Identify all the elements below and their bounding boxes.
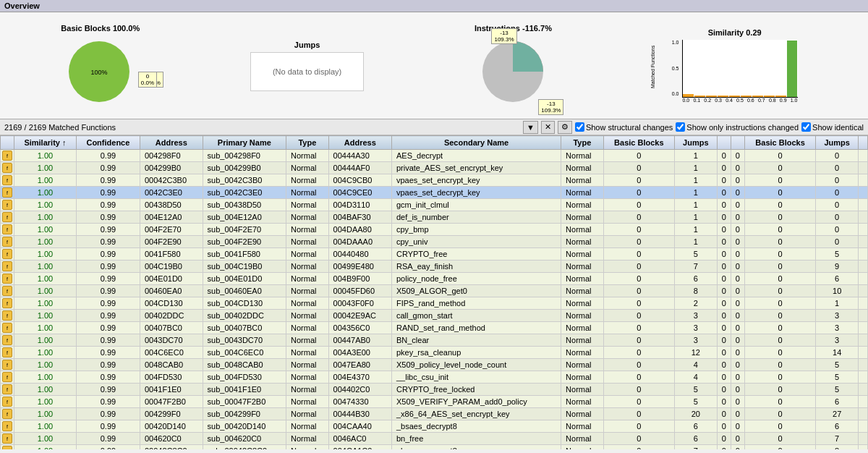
row-icon-cell: f (1, 359, 14, 371)
table-row[interactable]: f 1.00 0.99 004FD530 sub_004FD530 Normal… (1, 371, 868, 384)
col-similarity[interactable]: Similarity ↑ (14, 136, 77, 150)
jumps-primary-cell: 1 (675, 199, 718, 211)
end-cell (859, 310, 868, 322)
name-secondary-cell: pkey_rsa_cleanup (391, 347, 561, 359)
bb-secondary-cell: 0 (744, 297, 815, 310)
row-icon-cell: f (1, 347, 14, 359)
show-identical-checkbox[interactable] (801, 122, 811, 132)
addr-secondary-cell: 004CAA40 (328, 420, 391, 433)
dropdown-button[interactable]: ▼ (523, 121, 538, 134)
show-structural-label[interactable]: Show structural changes (575, 122, 673, 132)
table-row[interactable]: f 1.00 0.99 00420D140 sub_00420D140 Norm… (1, 420, 868, 433)
table-row[interactable]: f 1.00 0.99 004E12A0 sub_004E12A0 Normal… (1, 211, 868, 224)
show-instructions-label[interactable]: Show only instructions changed (676, 122, 799, 132)
table-row[interactable]: f 1.00 0.99 004F2E90 sub_004F2E90 Normal… (1, 236, 868, 248)
arrow1-cell: 0 (717, 224, 731, 236)
end-cell (859, 211, 868, 224)
jumps-secondary-cell: 9 (816, 261, 859, 273)
jumps-primary-cell: 3 (675, 334, 718, 347)
bb-secondary-cell: 0 (744, 174, 815, 187)
table-row[interactable]: f 1.00 0.99 004298F0 sub_004298F0 Normal… (1, 150, 868, 162)
table-row[interactable]: f 1.00 0.99 004C6EC0 sub_004C6EC0 Normal… (1, 347, 868, 359)
settings-button[interactable]: ⚙ (558, 121, 572, 134)
col-end (859, 136, 868, 150)
type-secondary-cell: Normal (561, 261, 604, 273)
addr-secondary-cell: 004C9CB0 (328, 174, 391, 187)
table-row[interactable]: f 1.00 0.99 004C19B0 sub_004C19B0 Normal… (1, 261, 868, 273)
col-addr-primary[interactable]: Address (140, 136, 203, 150)
table-row[interactable]: f 1.00 0.99 004CD130 sub_004CD130 Normal… (1, 297, 868, 310)
col-jumps-primary[interactable]: Jumps (675, 136, 718, 150)
addr-primary-cell: 00420D140 (140, 420, 203, 433)
table-row[interactable]: f 1.00 0.99 00460EA0 sub_00460EA0 Normal… (1, 285, 868, 297)
jumps-secondary-cell: 0 (816, 199, 859, 211)
row-icon: f (2, 187, 12, 198)
type-secondary-cell: Normal (561, 150, 604, 162)
col-bb-secondary[interactable]: Basic Blocks (744, 136, 815, 150)
table-row[interactable]: f 1.00 0.99 0048CAB0 sub_0048CAB0 Normal… (1, 359, 868, 371)
col-type-secondary[interactable]: Type (561, 136, 604, 150)
jumps-primary-cell: 8 (675, 285, 718, 297)
show-identical-label[interactable]: Show identical (801, 122, 864, 132)
arrow2-cell: 0 (731, 396, 744, 408)
table-row[interactable]: f 1.00 0.99 00042C8C0 sub_00042C8C0 Norm… (1, 445, 868, 450)
end-cell (859, 285, 868, 297)
end-cell (859, 224, 868, 236)
name-primary-cell: sub_004F2E90 (203, 236, 286, 248)
jumps-no-data: (No data to display) (250, 52, 364, 91)
col-addr-secondary[interactable]: Address (328, 136, 391, 150)
col-confidence[interactable]: Confidence (76, 136, 140, 150)
type-secondary-cell: Normal (561, 236, 604, 248)
table-row[interactable]: f 1.00 0.99 00438D50 sub_00438D50 Normal… (1, 199, 868, 211)
similarity-section: Similarity 0.29 1.0 0.5 0.0 Matched Func… (663, 15, 807, 116)
end-cell (859, 187, 868, 199)
table-row[interactable]: f 1.00 0.99 004E01D0 sub_004E01D0 Normal… (1, 273, 868, 285)
addr-primary-cell: 00042C8C0 (140, 445, 203, 450)
end-cell (859, 359, 868, 371)
type-primary-cell: Normal (286, 359, 329, 371)
jumps-primary-cell: 1 (675, 224, 718, 236)
bb-primary-cell: 0 (603, 224, 674, 236)
name-secondary-cell: cpy_univ (391, 236, 561, 248)
close-button[interactable]: ✕ (541, 121, 555, 134)
table-row[interactable]: f 1.00 0.99 004299B0 sub_004299B0 Normal… (1, 162, 868, 174)
bb-secondary-cell: 0 (744, 334, 815, 347)
table-row[interactable]: f 1.00 0.99 004299F0 sub_004299F0 Normal… (1, 408, 868, 420)
sim-cell: 1.00 (14, 420, 77, 433)
table-row[interactable]: f 1.00 0.99 0041F580 sub_0041F580 Normal… (1, 248, 868, 261)
table-row[interactable]: f 1.00 0.99 004F2E70 sub_004F2E70 Normal… (1, 224, 868, 236)
row-icon: f (2, 249, 12, 259)
table-row[interactable]: f 1.00 0.99 00402DDC sub_00402DDC Normal… (1, 310, 868, 322)
col-bb-primary[interactable]: Basic Blocks (603, 136, 674, 150)
jumps-primary-cell: 6 (675, 420, 718, 433)
addr-primary-cell: 00407BC0 (140, 322, 203, 334)
end-cell (859, 199, 868, 211)
table-row[interactable]: f 1.00 0.99 0042C3E0 sub_0042C3E0 Normal… (1, 187, 868, 199)
col-name-secondary[interactable]: Secondary Name (391, 136, 561, 150)
jumps-secondary-cell: 3 (816, 334, 859, 347)
table-row[interactable]: f 1.00 0.99 00407BC0 sub_00407BC0 Normal… (1, 322, 868, 334)
name-secondary-cell: bn_free (391, 433, 561, 445)
col-name-primary[interactable]: Primary Name (203, 136, 286, 150)
show-structural-checkbox[interactable] (575, 122, 584, 132)
table-row[interactable]: f 1.00 0.99 0043DC70 sub_0043DC70 Normal… (1, 334, 868, 347)
bb-primary-cell: 0 (603, 174, 674, 187)
conf-cell: 0.99 (76, 408, 140, 420)
col-type-primary[interactable]: Type (286, 136, 329, 150)
bb-secondary-cell: 0 (744, 224, 815, 236)
table-row[interactable]: f 1.00 0.99 00042C3B0 sub_0042C3B0 Norma… (1, 174, 868, 187)
table-row[interactable]: f 1.00 0.99 00047F2B0 sub_00047F2B0 Norm… (1, 396, 868, 408)
end-cell (859, 162, 868, 174)
table-row[interactable]: f 1.00 0.99 004620C0 sub_004620C0 Normal… (1, 433, 868, 445)
table-container[interactable]: Similarity ↑ Confidence Address Primary … (0, 135, 868, 449)
col-jumps-secondary[interactable]: Jumps (816, 136, 859, 150)
conf-cell: 0.99 (76, 150, 140, 162)
show-instructions-checkbox[interactable] (676, 122, 685, 132)
sim-cell: 1.00 (14, 285, 77, 297)
row-icon: f (2, 151, 12, 161)
conf-cell: 0.99 (76, 420, 140, 433)
type-primary-cell: Normal (286, 150, 329, 162)
row-icon-cell: f (1, 334, 14, 347)
table-row[interactable]: f 1.00 0.99 0041F1E0 sub_0041F1E0 Normal… (1, 384, 868, 396)
type-secondary-cell: Normal (561, 187, 604, 199)
